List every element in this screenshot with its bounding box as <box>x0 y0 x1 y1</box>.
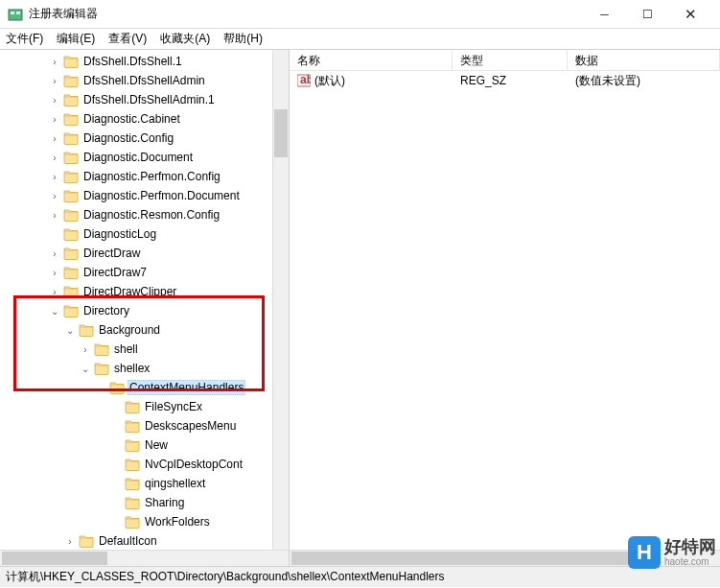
folder-icon <box>63 170 79 183</box>
tree-item[interactable]: ContextMenuHandlers <box>0 378 289 397</box>
column-data[interactable]: 数据 <box>568 50 720 70</box>
value-data: (数值未设置) <box>568 73 720 89</box>
menu-favorites[interactable]: 收藏夹(A) <box>160 31 210 47</box>
value-type: REG_SZ <box>453 74 568 87</box>
expander-spacer <box>48 227 61 241</box>
folder-icon <box>94 342 109 356</box>
tree-item[interactable]: DiagnosticLog <box>0 224 289 244</box>
menu-view[interactable]: 查看(V) <box>108 31 147 47</box>
chevron-down-icon[interactable] <box>94 381 107 394</box>
tree-item[interactable]: NvCplDesktopCont <box>0 455 289 474</box>
tree-item[interactable]: shell <box>0 340 289 359</box>
menu-edit[interactable]: 编辑(E) <box>57 31 95 47</box>
chevron-right-icon[interactable] <box>48 189 61 202</box>
folder-icon <box>63 208 79 222</box>
tree-item-label: shell <box>112 341 140 357</box>
tree-horizontal-scrollbar[interactable] <box>0 550 289 566</box>
tree-item[interactable]: Diagnostic.Config <box>0 129 289 148</box>
tree-item[interactable]: DfsShell.DfsShell.1 <box>0 52 289 71</box>
menu-help[interactable]: 帮助(H) <box>223 31 263 47</box>
string-value-icon: ab <box>297 74 311 87</box>
chevron-right-icon[interactable] <box>79 342 92 356</box>
close-button[interactable]: ✕ <box>669 0 712 29</box>
folder-icon <box>63 151 79 164</box>
chevron-down-icon[interactable] <box>48 304 61 318</box>
tree-item-label: qingshellext <box>143 476 207 491</box>
tree-item-label: DfsShell.DfsShell.1 <box>81 54 184 69</box>
menubar: 文件(F) 编辑(E) 查看(V) 收藏夹(A) 帮助(H) <box>0 29 720 50</box>
column-name[interactable]: 名称 <box>290 50 453 70</box>
list-row[interactable]: ab (默认) REG_SZ (数值未设置) <box>290 71 720 90</box>
tree-item[interactable]: DirectDraw <box>0 244 289 263</box>
column-type[interactable]: 类型 <box>453 50 568 70</box>
tree-item-label: Diagnostic.Resmon.Config <box>81 207 221 223</box>
chevron-right-icon[interactable] <box>48 74 61 87</box>
folder-icon <box>63 55 79 68</box>
folder-icon <box>109 381 125 394</box>
tree-item[interactable]: Directory <box>0 301 289 320</box>
tree-item-label: Diagnostic.Document <box>81 150 195 165</box>
maximize-button[interactable]: ☐ <box>626 0 669 29</box>
tree-item-label: ContextMenuHandlers <box>128 380 245 395</box>
tree-item-label: NvCplDesktopCont <box>143 457 244 472</box>
folder-icon <box>79 534 94 548</box>
tree-item[interactable]: Diagnostic.Cabinet <box>0 109 289 129</box>
tree-item[interactable]: Diagnostic.Resmon.Config <box>0 205 289 224</box>
registry-tree[interactable]: DfsShell.DfsShell.1DfsShell.DfsShellAdmi… <box>0 50 289 553</box>
tree-item[interactable]: DfsShell.DfsShellAdmin.1 <box>0 90 289 109</box>
menu-file[interactable]: 文件(F) <box>6 31 43 47</box>
chevron-right-icon[interactable] <box>48 151 61 164</box>
svg-rect-0 <box>9 10 22 20</box>
folder-icon <box>125 458 140 471</box>
tree-item-label: Sharing <box>143 495 186 510</box>
tree-item-label: Diagnostic.Perfmon.Document <box>81 188 242 203</box>
watermark: H 好特网 haote.com <box>628 536 716 569</box>
tree-item[interactable]: Sharing <box>0 493 289 512</box>
tree-item[interactable]: DeskscapesMenu <box>0 416 289 435</box>
tree-item[interactable]: Diagnostic.Document <box>0 148 289 167</box>
tree-item[interactable]: FileSyncEx <box>0 397 289 416</box>
chevron-right-icon[interactable] <box>48 208 61 222</box>
chevron-down-icon[interactable] <box>79 362 92 375</box>
tree-item[interactable]: qingshellext <box>0 474 289 493</box>
chevron-right-icon[interactable] <box>48 55 61 68</box>
tree-item-label: Diagnostic.Perfmon.Config <box>81 169 222 184</box>
chevron-right-icon[interactable] <box>48 285 61 298</box>
chevron-down-icon[interactable] <box>63 323 77 337</box>
tree-vertical-scrollbar[interactable] <box>272 50 289 550</box>
expander-spacer <box>109 477 123 490</box>
tree-item-label: shellex <box>112 361 151 376</box>
chevron-right-icon[interactable] <box>48 131 61 145</box>
tree-item-label: New <box>143 437 170 453</box>
folder-icon <box>125 496 140 509</box>
tree-item[interactable]: Background <box>0 320 289 340</box>
folder-icon <box>63 189 79 202</box>
tree-item[interactable]: Diagnostic.Perfmon.Document <box>0 186 289 205</box>
tree-item[interactable]: DefaultIcon <box>0 531 289 551</box>
chevron-right-icon[interactable] <box>63 534 77 548</box>
watermark-text: 好特网 <box>664 538 716 557</box>
tree-item[interactable]: WorkFolders <box>0 512 289 531</box>
expander-spacer <box>109 515 123 529</box>
chevron-right-icon[interactable] <box>48 112 61 126</box>
titlebar: 注册表编辑器 ─ ☐ ✕ <box>0 0 720 29</box>
expander-spacer <box>109 438 123 452</box>
chevron-right-icon[interactable] <box>48 247 61 260</box>
tree-item[interactable]: DfsShell.DfsShellAdmin <box>0 71 289 90</box>
tree-item-label: DirectDraw <box>81 246 142 261</box>
folder-icon <box>125 477 140 490</box>
chevron-right-icon[interactable] <box>48 266 61 279</box>
tree-item-label: DfsShell.DfsShellAdmin <box>81 73 207 88</box>
tree-item[interactable]: DirectDraw7 <box>0 263 289 282</box>
tree-item[interactable]: Diagnostic.Perfmon.Config <box>0 167 289 186</box>
tree-item[interactable]: DirectDrawClipper <box>0 282 289 301</box>
folder-icon <box>125 400 140 413</box>
watermark-logo: H <box>628 536 661 569</box>
minimize-button[interactable]: ─ <box>583 0 626 29</box>
chevron-right-icon[interactable] <box>48 170 61 183</box>
tree-item-label: WorkFolders <box>143 514 212 529</box>
tree-item-label: DfsShell.DfsShellAdmin.1 <box>81 92 217 107</box>
tree-item[interactable]: shellex <box>0 359 289 378</box>
tree-item[interactable]: New <box>0 435 289 455</box>
chevron-right-icon[interactable] <box>48 93 61 106</box>
